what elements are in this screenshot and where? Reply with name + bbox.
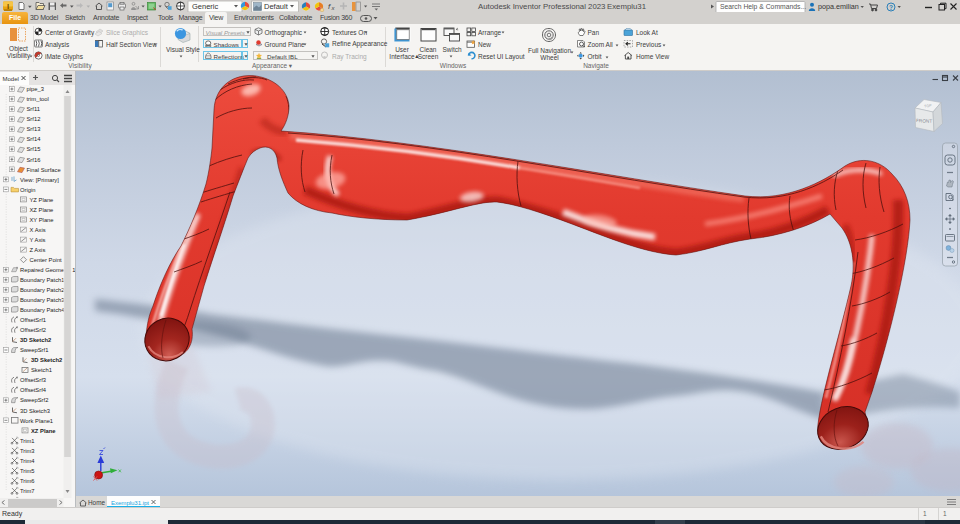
svg-text:?: ? bbox=[889, 4, 893, 11]
svg-text:3D Sketch2: 3D Sketch2 bbox=[20, 337, 51, 343]
svg-text:Default: Default bbox=[264, 2, 289, 11]
svg-text:Trim6: Trim6 bbox=[20, 478, 35, 484]
svg-text:Trim3: Trim3 bbox=[20, 448, 35, 454]
svg-text:OffsetSrf2: OffsetSrf2 bbox=[20, 327, 46, 333]
svg-text:I: I bbox=[7, 2, 9, 11]
svg-text:OffsetSrf3: OffsetSrf3 bbox=[20, 377, 46, 383]
svg-text:SweepSrf2: SweepSrf2 bbox=[20, 397, 48, 403]
svg-text:OffsetSrf1: OffsetSrf1 bbox=[20, 317, 46, 323]
svg-text:trim_tool: trim_tool bbox=[27, 96, 49, 102]
svg-text:Exemplu31.ipt: Exemplu31.ipt bbox=[111, 499, 149, 506]
svg-text:Y Axis: Y Axis bbox=[30, 237, 46, 243]
svg-text:Boundary Patch3: Boundary Patch3 bbox=[20, 297, 64, 303]
svg-text:XZ Plane: XZ Plane bbox=[31, 428, 56, 434]
svg-text:Final Surface: Final Surface bbox=[27, 167, 61, 173]
svg-text:X Axis: X Axis bbox=[30, 227, 46, 233]
svg-text:Home: Home bbox=[88, 499, 105, 506]
svg-text:Search Help & Commands...: Search Help & Commands... bbox=[720, 3, 806, 11]
svg-text:Srf14: Srf14 bbox=[27, 136, 42, 142]
svg-text:FRONT: FRONT bbox=[916, 118, 933, 124]
svg-text:Srf15: Srf15 bbox=[27, 146, 41, 152]
svg-text:Work Plane1: Work Plane1 bbox=[20, 418, 53, 424]
svg-text:Boundary Patch2: Boundary Patch2 bbox=[20, 287, 64, 293]
svg-text:SweepSrf1: SweepSrf1 bbox=[20, 347, 48, 353]
svg-text:Srf16: Srf16 bbox=[27, 157, 41, 163]
svg-text:Generic: Generic bbox=[192, 2, 219, 11]
svg-text:Trim1: Trim1 bbox=[20, 438, 35, 444]
svg-text:3D Sketch3: 3D Sketch3 bbox=[20, 408, 50, 414]
svg-text:Exemplu31: Exemplu31 bbox=[607, 2, 646, 11]
svg-text:Sketch1: Sketch1 bbox=[31, 367, 52, 373]
svg-text:Model: Model bbox=[3, 76, 19, 82]
svg-text:Center Point: Center Point bbox=[30, 257, 63, 263]
svg-text:popa.emilian: popa.emilian bbox=[818, 2, 859, 11]
svg-text:Srf13: Srf13 bbox=[27, 126, 41, 132]
svg-text:Trim7: Trim7 bbox=[20, 488, 35, 494]
svg-text:TOP: TOP bbox=[924, 104, 932, 109]
svg-text:View: [Primary]: View: [Primary] bbox=[20, 177, 59, 183]
svg-text:Srf11: Srf11 bbox=[27, 106, 40, 112]
svg-text:XZ Plane: XZ Plane bbox=[30, 207, 54, 213]
svg-text:Boundary Patch1: Boundary Patch1 bbox=[20, 277, 64, 283]
svg-text:x: x bbox=[331, 5, 336, 11]
svg-text:Autodesk Inventor Professional: Autodesk Inventor Professional 2023 bbox=[478, 2, 605, 11]
svg-text:XY Plane: XY Plane bbox=[30, 217, 54, 223]
svg-text:YZ Plane: YZ Plane bbox=[30, 197, 54, 203]
svg-text:Trim5: Trim5 bbox=[20, 468, 35, 474]
svg-text:3D Sketch2: 3D Sketch2 bbox=[31, 357, 62, 363]
svg-text:Boundary Patch4: Boundary Patch4 bbox=[20, 307, 65, 313]
svg-text:Trim4: Trim4 bbox=[20, 458, 35, 464]
svg-text:OffsetSrf4: OffsetSrf4 bbox=[20, 387, 47, 393]
svg-text:Z Axis: Z Axis bbox=[30, 247, 46, 253]
svg-text:Srf12: Srf12 bbox=[27, 116, 41, 122]
svg-text:Origin: Origin bbox=[20, 187, 35, 193]
svg-text:pipe_3: pipe_3 bbox=[27, 86, 44, 92]
